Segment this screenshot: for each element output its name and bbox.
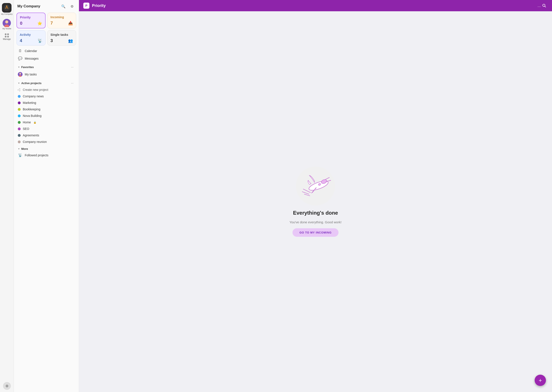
fab-add-button[interactable]: + bbox=[535, 375, 546, 386]
svg-point-6 bbox=[19, 73, 21, 75]
main-header-title: Priority bbox=[92, 3, 538, 8]
calendar-label: Calendar bbox=[25, 49, 37, 53]
qcard-incoming-label: Incoming bbox=[50, 15, 73, 19]
company-news-dot bbox=[18, 95, 21, 98]
favorites-chevron-icon: ▼ bbox=[18, 66, 20, 68]
sidebar-header: My Company 🔍 ⚙ bbox=[14, 0, 79, 12]
active-projects-section-header[interactable]: ▼ Active projects ··· bbox=[16, 78, 77, 86]
svg-line-9 bbox=[545, 6, 546, 7]
incoming-inbox-icon: 📥 bbox=[68, 21, 73, 26]
my-company-label: My Company bbox=[1, 13, 13, 15]
qcard-priority[interactable]: Priority 0 ⭐ bbox=[16, 13, 46, 28]
followed-projects-icon: 📡 bbox=[18, 153, 22, 157]
qcard-incoming-bottom: 7 📥 bbox=[50, 21, 73, 26]
qcard-single-label: Single tasks bbox=[50, 33, 73, 36]
sidebar-item-messages[interactable]: 💬 Messages bbox=[16, 55, 77, 62]
main-header: P Priority ... bbox=[79, 0, 552, 11]
marketing-dot bbox=[18, 101, 21, 104]
main-header-more-button[interactable]: ... bbox=[538, 3, 541, 8]
app-logo[interactable] bbox=[2, 3, 12, 13]
followed-projects-label: Followed projects bbox=[25, 154, 48, 157]
agreements-label: Agreements bbox=[23, 133, 39, 137]
qcard-priority-bottom: 0 ⭐ bbox=[20, 21, 42, 26]
active-projects-more-button[interactable]: ··· bbox=[70, 80, 75, 86]
svg-line-11 bbox=[302, 192, 309, 194]
single-tasks-icon: 👥 bbox=[68, 38, 73, 43]
svg-line-16 bbox=[325, 178, 329, 180]
qcard-activity-bottom: 4 📡 bbox=[20, 38, 42, 43]
sidebar-item-agreements[interactable]: Agreements bbox=[16, 132, 77, 139]
company-reunion-label: Company reunion bbox=[23, 140, 47, 144]
manage-label: Manage bbox=[3, 38, 11, 40]
messages-icon: 💬 bbox=[18, 56, 22, 61]
qcard-incoming[interactable]: Incoming 7 📥 bbox=[47, 13, 76, 28]
settings-icon[interactable]: ⚙ bbox=[3, 382, 11, 390]
icon-bar-bottom: ⚙ bbox=[3, 382, 11, 390]
create-project-label: Create new project bbox=[23, 88, 48, 91]
qcard-single-bottom: 3 👥 bbox=[50, 38, 73, 43]
main-body: Everything's done You've done everything… bbox=[79, 11, 552, 392]
seo-label: SEO bbox=[23, 127, 29, 131]
main-content-area: P Priority ... bbox=[79, 0, 552, 392]
sidebar-item-calendar[interactable]: 🗓 Calendar bbox=[16, 47, 77, 55]
quick-cards: Priority 0 ⭐ Incoming 7 📥 Activity 4 📡 bbox=[16, 12, 77, 47]
nova-building-label: Nova Building bbox=[23, 114, 42, 118]
create-project-icon: + bbox=[18, 88, 21, 91]
main-header-search-button[interactable] bbox=[541, 2, 548, 9]
company-news-label: Company news bbox=[23, 95, 44, 98]
sidebar-header-icons: 🔍 ⚙ bbox=[60, 3, 75, 10]
qcard-single-count: 3 bbox=[50, 38, 53, 43]
sidebar-settings-button[interactable]: ⚙ bbox=[69, 3, 75, 10]
main-header-logo: P bbox=[83, 3, 89, 9]
goto-incoming-button[interactable]: GO TO MY INCOMING bbox=[293, 228, 338, 237]
main-header-logo-text: P bbox=[85, 4, 87, 7]
nova-building-dot bbox=[18, 114, 21, 117]
qcard-activity[interactable]: Activity 4 📡 bbox=[16, 30, 46, 46]
active-projects-header-left: ▼ Active projects bbox=[18, 82, 42, 85]
sidebar-item-bookkeeping[interactable]: Bookkeeping bbox=[16, 106, 77, 112]
activity-feed-icon: 📡 bbox=[37, 38, 42, 43]
favorites-section-header[interactable]: ▼ Favorites ··· bbox=[16, 62, 77, 70]
create-new-project[interactable]: + Create new project bbox=[16, 86, 77, 93]
icon-bar-manage[interactable]: Manage bbox=[2, 33, 12, 41]
sidebar-search-button[interactable]: 🔍 bbox=[60, 3, 67, 10]
seo-dot bbox=[18, 127, 21, 130]
airplane-icon bbox=[299, 170, 332, 202]
qcard-incoming-count: 7 bbox=[50, 21, 53, 26]
priority-star-icon: ⭐ bbox=[37, 21, 42, 26]
qcard-single-tasks[interactable]: Single tasks 3 👥 bbox=[47, 30, 76, 46]
manage-dots-icon bbox=[5, 33, 9, 37]
home-dot bbox=[18, 121, 21, 124]
more-section-title: More bbox=[21, 147, 28, 150]
agreements-dot bbox=[18, 134, 21, 137]
more-section-header[interactable]: ▼ More bbox=[16, 145, 77, 151]
active-projects-chevron-icon: ▼ bbox=[18, 82, 20, 84]
favorites-more-button[interactable]: ··· bbox=[70, 64, 75, 70]
sidebar-item-nova-building[interactable]: Nova Building bbox=[16, 112, 77, 119]
company-reunion-dot bbox=[18, 140, 21, 143]
sidebar-item-company-news[interactable]: Company news bbox=[16, 93, 77, 99]
home-lock-icon: 🔒 bbox=[33, 121, 36, 124]
icon-bar-my-nozbe[interactable]: My Nozbe bbox=[1, 18, 12, 31]
sidebar-item-marketing[interactable]: Marketing bbox=[16, 99, 77, 106]
active-projects-title: Active projects bbox=[21, 82, 42, 85]
sidebar-title: My Company bbox=[17, 4, 40, 8]
empty-state-title: Everything's done bbox=[293, 210, 338, 216]
empty-state-illustration bbox=[296, 167, 335, 206]
favorites-title: Favorites bbox=[21, 65, 34, 69]
sidebar-item-followed-projects[interactable]: 📡 Followed projects bbox=[16, 151, 77, 159]
icon-bar: My Company My Nozbe Manage ⚙ bbox=[0, 0, 14, 392]
my-tasks-avatar bbox=[18, 72, 22, 77]
sidebar-item-home[interactable]: Home 🔒 bbox=[16, 119, 77, 126]
more-chevron-icon: ▼ bbox=[18, 148, 20, 150]
sidebar-item-company-reunion[interactable]: Company reunion bbox=[16, 139, 77, 145]
qcard-activity-count: 4 bbox=[20, 38, 22, 43]
sidebar-item-seo[interactable]: SEO bbox=[16, 126, 77, 132]
more-header-left: ▼ More bbox=[18, 147, 28, 150]
avatar[interactable] bbox=[3, 19, 11, 27]
qcard-activity-label: Activity bbox=[20, 33, 42, 36]
icon-bar-my-company[interactable]: My Company bbox=[0, 2, 14, 16]
my-tasks-label: My tasks bbox=[25, 73, 37, 76]
messages-label: Messages bbox=[25, 57, 39, 60]
sidebar-item-my-tasks[interactable]: My tasks bbox=[16, 70, 77, 78]
